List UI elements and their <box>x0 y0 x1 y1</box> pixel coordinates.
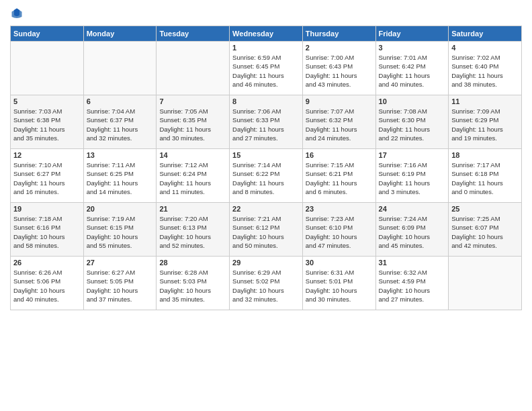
day-number: 3 <box>379 44 446 52</box>
day-number: 2 <box>306 44 373 52</box>
day-number: 4 <box>451 44 519 52</box>
day-header-wednesday: Wednesday <box>230 26 303 42</box>
day-number: 1 <box>232 44 300 52</box>
calendar-week-2: 12Sunrise: 7:10 AM Sunset: 6:27 PM Dayli… <box>11 149 522 203</box>
day-info: Sunrise: 6:32 AM Sunset: 4:59 PM Dayligh… <box>379 268 446 304</box>
day-info: Sunrise: 7:10 AM Sunset: 6:27 PM Dayligh… <box>13 161 81 196</box>
day-info: Sunrise: 7:23 AM Sunset: 6:10 PM Dayligh… <box>306 214 373 250</box>
calendar-cell: 7Sunrise: 7:05 AM Sunset: 6:35 PM Daylig… <box>157 95 230 149</box>
day-info: Sunrise: 7:06 AM Sunset: 6:33 PM Dayligh… <box>232 107 300 142</box>
day-number: 12 <box>13 151 81 159</box>
calendar-cell: 25Sunrise: 7:25 AM Sunset: 6:07 PM Dayli… <box>449 203 522 257</box>
day-info: Sunrise: 7:21 AM Sunset: 6:12 PM Dayligh… <box>232 214 300 250</box>
calendar-cell: 6Sunrise: 7:04 AM Sunset: 6:37 PM Daylig… <box>83 95 157 149</box>
day-info: Sunrise: 7:08 AM Sunset: 6:30 PM Dayligh… <box>379 107 446 142</box>
day-number: 5 <box>13 97 81 105</box>
day-header-friday: Friday <box>375 26 449 42</box>
day-number: 20 <box>87 205 154 213</box>
calendar-cell: 30Sunrise: 6:31 AM Sunset: 5:01 PM Dayli… <box>302 257 375 310</box>
calendar-cell: 4Sunrise: 7:02 AM Sunset: 6:40 PM Daylig… <box>449 42 522 95</box>
calendar-cell: 5Sunrise: 7:03 AM Sunset: 6:38 PM Daylig… <box>11 95 84 149</box>
day-number: 27 <box>87 259 154 267</box>
day-number: 9 <box>306 97 373 105</box>
calendar-cell: 11Sunrise: 7:09 AM Sunset: 6:29 PM Dayli… <box>449 95 522 149</box>
day-info: Sunrise: 7:00 AM Sunset: 6:43 PM Dayligh… <box>306 53 373 89</box>
calendar-cell: 8Sunrise: 7:06 AM Sunset: 6:33 PM Daylig… <box>230 95 303 149</box>
day-number: 25 <box>451 205 519 213</box>
day-info: Sunrise: 6:31 AM Sunset: 5:01 PM Dayligh… <box>306 268 373 304</box>
day-info: Sunrise: 7:11 AM Sunset: 6:25 PM Dayligh… <box>87 161 154 196</box>
calendar-cell: 9Sunrise: 7:07 AM Sunset: 6:32 PM Daylig… <box>302 95 375 149</box>
day-number: 24 <box>379 205 446 213</box>
day-number: 6 <box>87 97 154 105</box>
calendar-cell: 24Sunrise: 7:24 AM Sunset: 6:09 PM Dayli… <box>375 203 449 257</box>
logo-icon <box>10 7 24 20</box>
day-number: 19 <box>13 205 81 213</box>
day-info: Sunrise: 7:09 AM Sunset: 6:29 PM Dayligh… <box>451 107 519 142</box>
day-header-thursday: Thursday <box>302 26 375 42</box>
day-number: 18 <box>451 151 519 159</box>
day-info: Sunrise: 7:25 AM Sunset: 6:07 PM Dayligh… <box>451 214 519 250</box>
day-number: 11 <box>451 97 519 105</box>
day-info: Sunrise: 7:14 AM Sunset: 6:22 PM Dayligh… <box>232 161 300 196</box>
logo <box>10 7 26 20</box>
day-header-tuesday: Tuesday <box>157 26 230 42</box>
calendar-cell: 17Sunrise: 7:16 AM Sunset: 6:19 PM Dayli… <box>375 149 449 203</box>
day-info: Sunrise: 7:03 AM Sunset: 6:38 PM Dayligh… <box>13 107 81 142</box>
day-info: Sunrise: 7:12 AM Sunset: 6:24 PM Dayligh… <box>159 161 226 196</box>
page-header <box>10 7 522 20</box>
day-number: 13 <box>87 151 154 159</box>
calendar-cell: 15Sunrise: 7:14 AM Sunset: 6:22 PM Dayli… <box>230 149 303 203</box>
day-number: 8 <box>232 97 300 105</box>
day-number: 7 <box>159 97 226 105</box>
day-info: Sunrise: 6:26 AM Sunset: 5:06 PM Dayligh… <box>13 268 81 304</box>
calendar-cell: 28Sunrise: 6:28 AM Sunset: 5:03 PM Dayli… <box>157 257 230 310</box>
calendar-cell: 21Sunrise: 7:20 AM Sunset: 6:13 PM Dayli… <box>157 203 230 257</box>
calendar-cell: 13Sunrise: 7:11 AM Sunset: 6:25 PM Dayli… <box>83 149 157 203</box>
calendar-cell: 22Sunrise: 7:21 AM Sunset: 6:12 PM Dayli… <box>230 203 303 257</box>
calendar-cell <box>449 257 522 310</box>
calendar-cell: 14Sunrise: 7:12 AM Sunset: 6:24 PM Dayli… <box>157 149 230 203</box>
calendar-cell: 10Sunrise: 7:08 AM Sunset: 6:30 PM Dayli… <box>375 95 449 149</box>
day-number: 29 <box>232 259 300 267</box>
calendar-cell <box>157 42 230 95</box>
day-number: 10 <box>379 97 446 105</box>
calendar-cell: 3Sunrise: 7:01 AM Sunset: 6:42 PM Daylig… <box>375 42 449 95</box>
day-info: Sunrise: 7:20 AM Sunset: 6:13 PM Dayligh… <box>159 214 226 250</box>
day-info: Sunrise: 7:05 AM Sunset: 6:35 PM Dayligh… <box>159 107 226 142</box>
day-header-sunday: Sunday <box>11 26 84 42</box>
calendar-week-1: 5Sunrise: 7:03 AM Sunset: 6:38 PM Daylig… <box>11 95 522 149</box>
day-number: 26 <box>13 259 81 267</box>
day-info: Sunrise: 6:29 AM Sunset: 5:02 PM Dayligh… <box>232 268 300 304</box>
day-number: 21 <box>159 205 226 213</box>
calendar-header-row: SundayMondayTuesdayWednesdayThursdayFrid… <box>11 26 522 42</box>
calendar-cell: 1Sunrise: 6:59 AM Sunset: 6:45 PM Daylig… <box>230 42 303 95</box>
day-info: Sunrise: 7:04 AM Sunset: 6:37 PM Dayligh… <box>87 107 154 142</box>
day-info: Sunrise: 7:16 AM Sunset: 6:19 PM Dayligh… <box>379 161 446 196</box>
day-number: 31 <box>379 259 446 267</box>
calendar-week-3: 19Sunrise: 7:18 AM Sunset: 6:16 PM Dayli… <box>11 203 522 257</box>
calendar-cell <box>83 42 157 95</box>
calendar-cell: 29Sunrise: 6:29 AM Sunset: 5:02 PM Dayli… <box>230 257 303 310</box>
day-info: Sunrise: 7:19 AM Sunset: 6:15 PM Dayligh… <box>87 214 154 250</box>
calendar-week-0: 1Sunrise: 6:59 AM Sunset: 6:45 PM Daylig… <box>11 42 522 95</box>
calendar-cell <box>11 42 84 95</box>
calendar-cell: 20Sunrise: 7:19 AM Sunset: 6:15 PM Dayli… <box>83 203 157 257</box>
page-container: SundayMondayTuesdayWednesdayThursdayFrid… <box>0 0 532 411</box>
day-number: 15 <box>232 151 300 159</box>
calendar-cell: 26Sunrise: 6:26 AM Sunset: 5:06 PM Dayli… <box>11 257 84 310</box>
day-info: Sunrise: 7:17 AM Sunset: 6:18 PM Dayligh… <box>451 161 519 196</box>
day-number: 22 <box>232 205 300 213</box>
calendar-table: SundayMondayTuesdayWednesdayThursdayFrid… <box>10 26 522 310</box>
calendar-cell: 12Sunrise: 7:10 AM Sunset: 6:27 PM Dayli… <box>11 149 84 203</box>
day-info: Sunrise: 6:27 AM Sunset: 5:05 PM Dayligh… <box>87 268 154 304</box>
day-info: Sunrise: 6:59 AM Sunset: 6:45 PM Dayligh… <box>232 53 300 89</box>
day-number: 28 <box>159 259 226 267</box>
day-info: Sunrise: 6:28 AM Sunset: 5:03 PM Dayligh… <box>159 268 226 304</box>
day-info: Sunrise: 7:18 AM Sunset: 6:16 PM Dayligh… <box>13 214 81 250</box>
day-number: 16 <box>306 151 373 159</box>
day-header-saturday: Saturday <box>449 26 522 42</box>
calendar-cell: 31Sunrise: 6:32 AM Sunset: 4:59 PM Dayli… <box>375 257 449 310</box>
day-number: 23 <box>306 205 373 213</box>
day-info: Sunrise: 7:15 AM Sunset: 6:21 PM Dayligh… <box>306 161 373 196</box>
